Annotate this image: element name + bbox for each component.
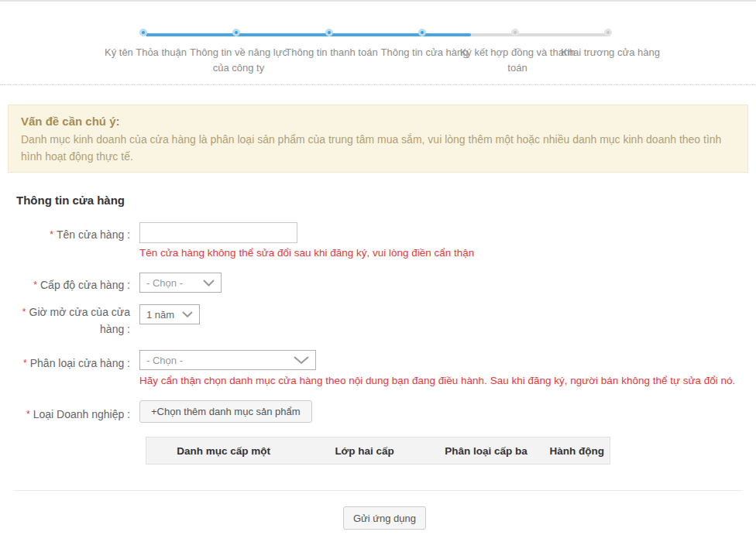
store-category-helper: Hãy cẩn thận chọn danh mục cửa hàng theo… [139, 375, 735, 386]
step-dot-done-icon [139, 29, 147, 36]
business-type-label: *Loại Doanh nghiệp : [15, 406, 130, 423]
selected-value: - Chọn - [146, 355, 183, 366]
store-level-label: *Cấp độ cửa hàng : [15, 276, 130, 293]
opening-hours-select[interactable]: 1 năm [139, 304, 200, 324]
store-name-input[interactable] [139, 222, 297, 243]
required-asterisk: * [22, 307, 26, 317]
step-dot-done-icon [232, 29, 240, 36]
step-dot-pending-icon [604, 29, 612, 36]
top-border [0, 0, 756, 2]
table-header-level1-category: Danh mục cấp một [146, 445, 301, 457]
step-dot-done-icon [325, 29, 333, 36]
selected-value: 1 năm [146, 309, 174, 321]
add-category-button[interactable]: +Chọn thêm danh mục sản phẩm [139, 400, 312, 423]
table-header-level3-category: Phân loại cấp ba [428, 445, 545, 457]
chevron-down-icon [203, 280, 215, 286]
category-table-header: Danh mục cấp một Lớp hai cấp Phân loại c… [146, 437, 610, 465]
required-asterisk: * [23, 358, 27, 369]
store-level-select[interactable]: - Chọn - [139, 273, 222, 293]
store-category-label: *Phân loại cửa hàng : [15, 355, 130, 372]
required-asterisk: * [33, 280, 37, 290]
notice-body: Danh mục kinh doanh của cửa hàng là phân… [21, 131, 735, 166]
submit-button[interactable]: Gửi ứng dụng [343, 506, 426, 530]
step-label: Khai trương cửa hàng [552, 45, 668, 60]
chevron-down-icon [294, 356, 309, 364]
notice-title: Vấn đề cần chú ý: [21, 115, 735, 128]
required-asterisk: * [50, 229, 53, 240]
notice-box: Vấn đề cần chú ý: Danh mục kinh doanh củ… [8, 105, 748, 173]
store-category-select[interactable]: - Chọn - [139, 350, 316, 370]
opening-hours-label: *Giờ mở cửa của cửa hàng : [15, 304, 130, 338]
required-asterisk: * [26, 409, 30, 420]
store-name-helper: Tên cửa hàng không thể sửa đổi sau khi đ… [139, 247, 474, 259]
step-dot-pending-icon [511, 29, 519, 36]
selected-value: - Chọn - [146, 277, 183, 289]
store-name-label: *Tên cửa hàng : [15, 226, 130, 243]
chevron-down-icon [182, 311, 193, 317]
bottom-divider [14, 490, 742, 491]
store-info-section-title: Thông tin cửa hàng [16, 194, 125, 207]
step-dot-current-icon [418, 29, 426, 36]
stepper-step-6: Khai trương cửa hàng [552, 26, 668, 42]
table-header-level2-category: Lớp hai cấp [301, 445, 428, 457]
table-header-action: Hành động [544, 445, 610, 457]
onboarding-stepper: Ký tên Thỏa thuận Thông tin về năng lực … [99, 26, 657, 81]
stepper-divider [0, 84, 756, 85]
